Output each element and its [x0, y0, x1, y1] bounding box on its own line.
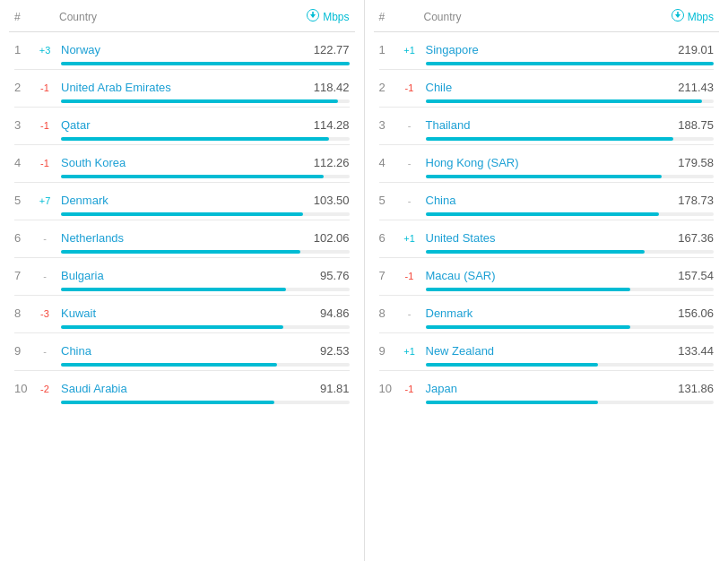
- speed-bar-container: [426, 401, 715, 404]
- rank-number: 3: [14, 118, 32, 132]
- country-name[interactable]: Norway: [61, 43, 305, 56]
- speed-bar-container: [61, 212, 350, 216]
- table-header: # Country Mbps: [9, 0, 355, 32]
- country-name[interactable]: Chile: [426, 81, 670, 94]
- speed-bar: [426, 288, 630, 291]
- speed-value: 157.54: [669, 269, 714, 282]
- country-name[interactable]: United Arab Emirates: [61, 81, 305, 94]
- country-name[interactable]: Hong Kong (SAR): [426, 156, 670, 169]
- row-main: 3 -1 Qatar 114.28: [14, 113, 350, 135]
- rank-change: -1: [32, 158, 57, 168]
- table-row: 7 -1 Macau (SAR) 157.54: [374, 258, 720, 296]
- rank-change: -: [32, 233, 57, 244]
- rank-change: -: [32, 346, 57, 357]
- speed-value: 156.06: [669, 306, 714, 320]
- speed-value: 122.77: [305, 43, 350, 56]
- country-name[interactable]: Bulgaria: [61, 269, 305, 282]
- country-name[interactable]: Kuwait: [61, 306, 305, 320]
- country-name[interactable]: United States: [426, 231, 670, 245]
- row-main: 5 - China 178.73: [379, 188, 715, 211]
- speed-value: 114.28: [305, 118, 350, 132]
- speed-bar: [61, 62, 350, 65]
- row-main: 5 +7 Denmark 103.50: [14, 188, 350, 211]
- rank-change: -2: [32, 384, 57, 394]
- country-name[interactable]: New Zealand: [426, 344, 670, 358]
- row-main: 10 -2 Saudi Arabia 91.81: [14, 376, 350, 399]
- rank-number: 3: [379, 118, 397, 132]
- rank-number: 4: [379, 156, 397, 169]
- rank-change: -1: [32, 82, 57, 93]
- speed-bar: [61, 137, 329, 141]
- row-main: 9 - China 92.53: [14, 339, 350, 361]
- speed-bar-container: [426, 212, 715, 216]
- speed-bar: [426, 137, 673, 141]
- table-row: 10 -1 Japan 131.86: [374, 371, 720, 404]
- rank-number: 7: [379, 269, 397, 282]
- country-name[interactable]: Singapore: [426, 43, 670, 56]
- rank-change: -: [397, 158, 422, 168]
- row-main: 7 -1 Macau (SAR) 157.54: [379, 263, 715, 286]
- speed-value: 95.76: [305, 269, 350, 282]
- rank-number: 5: [379, 194, 397, 207]
- rank-number: 9: [14, 344, 32, 358]
- table-row: 5 - China 178.73: [374, 183, 720, 220]
- row-main: 6 +1 United States 167.36: [379, 226, 715, 248]
- table-row: 8 - Denmark 156.06: [374, 296, 720, 333]
- row-main: 1 +3 Norway 122.77: [14, 38, 350, 60]
- country-name[interactable]: South Korea: [61, 156, 305, 169]
- speed-bar: [426, 212, 659, 216]
- country-name[interactable]: Macau (SAR): [426, 269, 670, 282]
- svg-rect-5: [677, 12, 679, 15]
- speed-bar: [426, 62, 715, 65]
- speed-bar: [61, 175, 324, 178]
- speed-bar-container: [426, 250, 715, 254]
- speed-bar-container: [61, 363, 350, 367]
- speed-value: 219.01: [669, 43, 714, 56]
- rank-change: -1: [397, 271, 422, 281]
- speed-bar: [61, 212, 303, 216]
- rank-change: -: [397, 120, 422, 131]
- table-row: 2 -1 United Arab Emirates 118.42: [9, 70, 355, 108]
- country-name[interactable]: Saudi Arabia: [61, 382, 305, 395]
- speed-value: 103.50: [305, 194, 350, 207]
- table-row: 6 - Netherlands 102.06: [9, 220, 355, 258]
- rank-number: 6: [14, 231, 32, 245]
- speed-bar: [426, 99, 703, 103]
- table-row: 1 +1 Singapore 219.01: [374, 32, 720, 70]
- table-row: 7 - Bulgaria 95.76: [9, 258, 355, 296]
- panel-fixed: # Country Mbps 1 +3 Norway 122.77 2 -1 U…: [0, 0, 365, 561]
- rank-change: -: [397, 308, 422, 319]
- table-row: 2 -1 Chile 211.43: [374, 70, 720, 108]
- speed-value: 188.75: [669, 118, 714, 132]
- country-name[interactable]: Denmark: [426, 306, 670, 320]
- speed-bar-container: [426, 99, 715, 103]
- table-row: 3 -1 Qatar 114.28: [9, 108, 355, 145]
- speed-value: 211.43: [669, 81, 714, 94]
- table-row: 8 -3 Kuwait 94.86: [9, 296, 355, 333]
- country-name[interactable]: Japan: [426, 382, 670, 395]
- speed-value: 102.06: [305, 231, 350, 245]
- rank-number: 10: [14, 382, 32, 395]
- row-main: 2 -1 United Arab Emirates 118.42: [14, 75, 350, 98]
- country-name[interactable]: Qatar: [61, 118, 305, 132]
- speed-bar-container: [426, 62, 715, 65]
- rank-change: +3: [32, 45, 57, 56]
- speed-value: 112.26: [305, 156, 350, 169]
- country-name[interactable]: Netherlands: [61, 231, 305, 245]
- rank-number: 4: [14, 156, 32, 169]
- speed-bar-container: [61, 175, 350, 178]
- download-icon: [672, 9, 684, 24]
- row-main: 9 +1 New Zealand 133.44: [379, 339, 715, 361]
- rank-change: -1: [397, 384, 422, 394]
- header-country: Country: [59, 11, 307, 23]
- country-name[interactable]: Thailand: [426, 118, 670, 132]
- country-name[interactable]: China: [426, 194, 670, 207]
- country-name[interactable]: China: [61, 344, 305, 358]
- country-name[interactable]: Denmark: [61, 194, 305, 207]
- rank-change: -: [32, 271, 57, 281]
- rank-number: 8: [14, 306, 32, 320]
- speed-bar: [426, 401, 599, 404]
- rank-number: 2: [379, 81, 397, 94]
- speed-bar: [426, 250, 645, 254]
- speed-bar: [61, 250, 300, 254]
